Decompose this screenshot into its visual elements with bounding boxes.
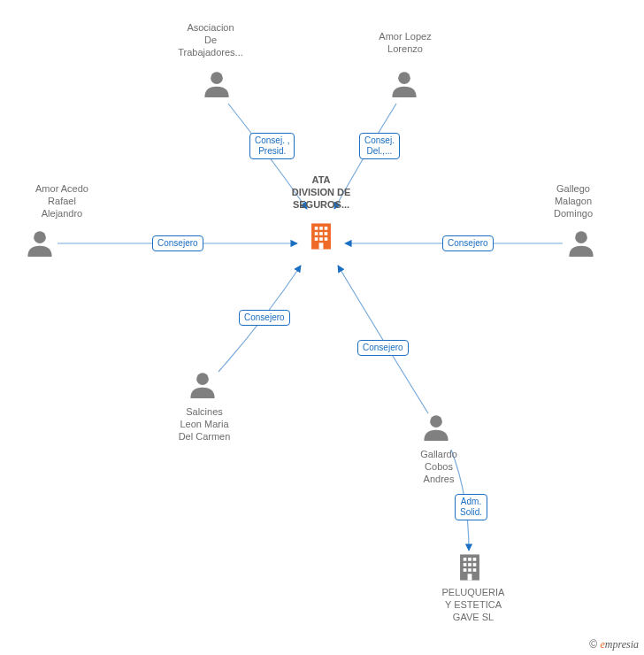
person-label-gallardo: Gallardo Cobos Andres: [395, 448, 483, 485]
person-label-amor-lopez: Amor Lopez Lorenzo: [361, 30, 449, 55]
svg-rect-9: [325, 237, 328, 241]
svg-point-16: [430, 415, 442, 428]
svg-rect-21: [464, 563, 467, 566]
person-icon: [566, 230, 596, 257]
svg-rect-27: [468, 574, 472, 580]
brand-rest: mpresia: [605, 638, 639, 651]
svg-rect-19: [468, 558, 472, 561]
person-label-asociacion: Asociacion De Trabajadores...: [157, 21, 264, 58]
edge-label-amor-lopez: Consej. Del.,...: [359, 133, 400, 159]
svg-point-13: [34, 231, 46, 243]
copyright-symbol: ©: [589, 638, 597, 651]
edge-label-asociacion: Consej. , Presid.: [249, 133, 295, 159]
central-company-label: ATA DIVISION DE SEGUROS...: [281, 173, 361, 211]
svg-rect-20: [473, 558, 477, 561]
svg-rect-8: [319, 237, 323, 241]
edge-label-amor-acedo: Consejero: [152, 235, 203, 251]
person-label-amor-acedo: Amor Acedo Rafael Alejandro: [18, 182, 106, 220]
edge-label-gallardo-peluqueria: Adm. Solid.: [455, 494, 487, 520]
edges-layer: [0, 0, 644, 655]
svg-rect-24: [464, 568, 467, 572]
edge-label-gallardo: Consejero: [357, 340, 409, 356]
building-icon: [456, 552, 483, 582]
company-label-peluqueria: PELUQUERIA Y ESTETICA GAVE SL: [425, 586, 522, 623]
svg-point-14: [575, 231, 587, 243]
person-icon: [421, 414, 451, 441]
building-icon: [308, 221, 334, 251]
svg-rect-4: [315, 232, 318, 235]
svg-rect-18: [464, 558, 467, 561]
svg-point-15: [196, 373, 209, 385]
svg-rect-25: [468, 568, 472, 572]
svg-rect-26: [473, 568, 477, 572]
svg-point-11: [211, 72, 223, 84]
svg-rect-3: [325, 227, 328, 230]
person-icon: [389, 71, 419, 97]
svg-rect-2: [319, 227, 323, 230]
person-icon: [188, 372, 218, 398]
svg-rect-22: [468, 563, 472, 566]
person-label-gallego: Gallego Malagon Domingo: [529, 182, 617, 220]
svg-point-12: [398, 72, 410, 84]
svg-rect-5: [319, 232, 323, 235]
footer-credit: © empresia: [589, 638, 639, 651]
edge-label-gallego: Consejero: [442, 235, 494, 251]
person-label-salcines: Salcines Leon Maria Del Carmen: [156, 405, 253, 443]
svg-rect-1: [315, 227, 318, 230]
edge-label-salcines: Consejero: [239, 310, 290, 326]
svg-rect-10: [319, 243, 324, 249]
person-icon: [25, 230, 55, 257]
svg-rect-6: [325, 232, 328, 235]
svg-rect-7: [315, 237, 318, 241]
vinculation-diagram: { "central": { "label": "ATA\nDIVISION D…: [0, 0, 644, 655]
svg-rect-23: [473, 563, 477, 566]
person-icon: [202, 71, 232, 97]
